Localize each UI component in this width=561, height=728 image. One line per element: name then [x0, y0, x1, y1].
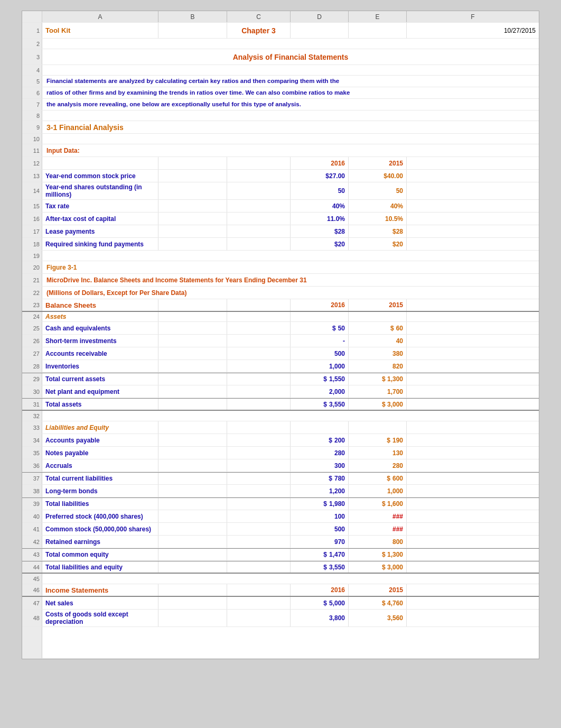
row-7: 7 the analysis more revealing, one below… — [22, 99, 539, 110]
col-header-d: D — [291, 11, 349, 22]
cell-48b — [158, 610, 227, 626]
cell-26f — [407, 335, 539, 347]
row-21: 21 MicroDrive Inc. Balance Sheets and In… — [22, 274, 539, 287]
row-29: 29 Total current assets $ 1,550 $ 1,300 — [22, 373, 539, 385]
row35-d: 280 — [291, 447, 349, 459]
cell-36c — [227, 459, 291, 472]
row27-e: 380 — [349, 347, 407, 360]
row45-empty — [42, 574, 539, 584]
row-8: 8 — [22, 110, 539, 121]
rownum-9: 9 — [22, 121, 42, 133]
is-year-2015: 2015 — [349, 584, 407, 596]
rownum-18: 18 — [22, 238, 42, 250]
bs-year-2016: 2016 — [291, 299, 349, 311]
rownum-14: 14 — [22, 182, 42, 199]
microdrive-title: MicroDrive Inc. Balance Sheets and Incom… — [42, 274, 539, 286]
cell-18b — [158, 238, 227, 250]
rownum-23: 23 — [22, 299, 42, 311]
cell-13c — [227, 170, 291, 182]
rownum-21: 21 — [22, 274, 42, 286]
cell-29f — [407, 373, 539, 385]
cell-16f — [407, 213, 539, 225]
cell-24c — [227, 312, 291, 321]
row-45: 45 — [22, 574, 539, 584]
row30-e: 1,700 — [349, 385, 407, 398]
cell-39b — [158, 498, 227, 510]
cell-48c — [227, 610, 291, 626]
section-title: 3-1 Financial Analysis — [42, 121, 539, 133]
cell-47c — [227, 597, 291, 609]
row44-label: Total liabilities and equity — [42, 561, 158, 573]
cell-38f — [407, 485, 539, 497]
rownum-12: 12 — [22, 157, 42, 169]
rownum-35: 35 — [22, 447, 42, 459]
row-22: 22 (Millions of Dollars, Except for Per … — [22, 287, 539, 299]
rownum-45: 45 — [22, 574, 42, 584]
cell-30f — [407, 385, 539, 398]
row35-e: 130 — [349, 447, 407, 459]
row17-d: $28 — [291, 225, 349, 237]
row13-label: Year-end common stock price — [42, 170, 158, 182]
cell-44c — [227, 561, 291, 573]
row-35: 35 Notes payable 280 130 — [22, 447, 539, 459]
row-14: 14 Year-end shares outstanding (in milli… — [22, 182, 539, 200]
cell-1b — [158, 23, 227, 38]
main-title: Analysis of Financial Statements — [42, 49, 539, 64]
row14-label: Year-end shares outstanding (in millions… — [42, 182, 158, 199]
cell-14f — [407, 182, 539, 199]
row26-d: - — [291, 335, 349, 347]
row-39: 39 Total liabilities $ 1,980 $ 1,600 — [22, 497, 539, 510]
rownum-41: 41 — [22, 523, 42, 535]
row-9: 9 3-1 Financial Analysis — [22, 121, 539, 134]
row-43: 43 Total common equity $ 1,470 $ 1,300 — [22, 548, 539, 561]
col-header-c: C — [227, 11, 291, 22]
row41-e: ### — [349, 523, 407, 535]
row39-label: Total liabilities — [42, 498, 158, 510]
cell-46b — [158, 584, 227, 596]
row-13: 13 Year-end common stock price $27.00 $4… — [22, 170, 539, 182]
row-16: 16 After-tax cost of capital 11.0% 10.5% — [22, 213, 539, 225]
assets-label: Assets — [42, 312, 158, 321]
rownum-36: 36 — [22, 459, 42, 472]
cell-33b — [158, 421, 227, 434]
rownum-15: 15 — [22, 200, 42, 212]
cell-29c — [227, 373, 291, 385]
row-33: 33 Liabilities and Equity — [22, 421, 539, 434]
row-19: 19 — [22, 251, 539, 261]
row25-d: $ 50 — [291, 322, 349, 334]
row40-label: Preferred stock (400,000 shares) — [42, 510, 158, 522]
row-25: 25 Cash and equivalents $ 50 $ 60 — [22, 322, 539, 335]
row29-d: $ 1,550 — [291, 373, 349, 385]
rownum-33: 33 — [22, 421, 42, 434]
cell-37b — [158, 473, 227, 484]
row-46: 46 Income Statements 2016 2015 — [22, 584, 539, 597]
cell-25f — [407, 322, 539, 334]
row-24: 24 Assets — [22, 312, 539, 322]
cell-1d — [291, 23, 349, 38]
para-line2: ratios of other firms and by examining t… — [42, 87, 539, 98]
rownum-37: 37 — [22, 473, 42, 484]
row16-e: 10.5% — [349, 213, 407, 225]
row47-e: $ 4,760 — [349, 597, 407, 609]
cell-24d — [291, 312, 349, 321]
cell-46c — [227, 584, 291, 596]
row39-e: $ 1,600 — [349, 498, 407, 510]
row-30: 30 Net plant and equipment 2,000 1,700 — [22, 385, 539, 398]
col-header-f: F — [407, 11, 539, 22]
row44-d: $ 3,550 — [291, 561, 349, 573]
rownum-11: 11 — [22, 144, 42, 156]
row-36: 36 Accruals 300 280 — [22, 459, 539, 472]
row-10: 10 — [22, 134, 539, 144]
cell-37f — [407, 473, 539, 484]
cell-27f — [407, 347, 539, 360]
row-37: 37 Total current liabilities $ 780 $ 600 — [22, 472, 539, 485]
figure-label: Figure 3-1 — [42, 261, 539, 273]
row-42: 42 Retained earnings 970 800 — [22, 536, 539, 548]
rownum-31: 31 — [22, 399, 42, 410]
row31-label: Total assets — [42, 399, 158, 410]
row15-label: Tax rate — [42, 200, 158, 212]
cell-33f — [407, 421, 539, 434]
rownum-17: 17 — [22, 225, 42, 237]
cell-38c — [227, 485, 291, 497]
row39-d: $ 1,980 — [291, 498, 349, 510]
